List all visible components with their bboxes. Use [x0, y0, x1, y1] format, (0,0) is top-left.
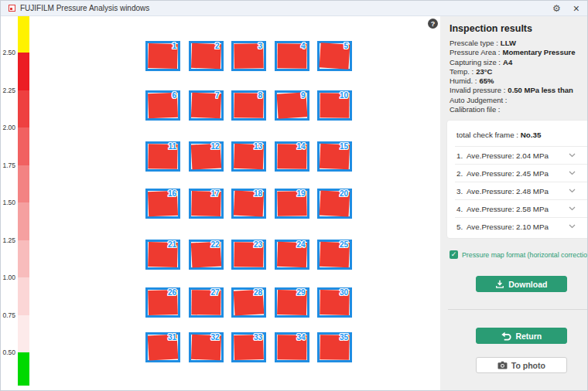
pressure-frame-28[interactable]: 28 [231, 287, 266, 318]
info-row: Pressure Area :Momentary Pressure [450, 48, 588, 57]
item-number: 5. [456, 223, 467, 231]
frame-number: 28 [254, 288, 262, 297]
pressure-frame-24[interactable]: 24 [275, 240, 309, 270]
return-button-label: Return [515, 332, 542, 341]
frame-number: 1 [172, 42, 176, 50]
chevron-down-icon[interactable] [569, 171, 576, 175]
info-label: Prescale type : [450, 39, 498, 47]
pressure-list-item[interactable]: 3.Ave.Pressure: 2.48 MPa [455, 182, 588, 199]
pressure-list: 1.Ave.Pressure: 2.04 MPa2.Ave.Pressure: … [455, 146, 588, 235]
pressure-list-item[interactable]: 4.Ave.Pressure: 2.58 MPa [455, 199, 588, 217]
pressure-frame-32[interactable]: 32 [189, 332, 224, 362]
pressure-frame-1[interactable]: 1 [145, 41, 180, 71]
chevron-down-icon[interactable] [569, 153, 576, 158]
pressure-frame-7[interactable]: 7 [189, 90, 224, 121]
item-text: Ave.Pressure: 2.48 MPa [467, 187, 569, 196]
checkbox-checked-icon[interactable]: ✓ [450, 250, 458, 259]
pressure-frame-9[interactable]: 9 [275, 90, 309, 121]
item-text: Ave.Pressure: 2.58 MPa [467, 205, 569, 213]
scale-tick-label: 2.25 [1, 87, 15, 94]
gear-icon[interactable]: ⚙ [552, 4, 561, 13]
scale-tick-label: 1.00 [1, 274, 15, 281]
pressure-frame-13[interactable]: 13 [231, 141, 266, 172]
pressure-frame-19[interactable]: 19 [275, 189, 309, 219]
download-button[interactable]: Download [476, 276, 567, 292]
pressure-list-item[interactable]: 2.Ave.Pressure: 2.45 MPa [455, 164, 588, 182]
info-list: Prescale type :LLWPressure Area :Momenta… [450, 39, 588, 114]
pressure-frame-20[interactable]: 20 [317, 189, 352, 219]
info-value: 23°C [476, 67, 492, 76]
pressure-frame-15[interactable]: 15 [317, 141, 352, 172]
pressure-frame-17[interactable]: 17 [189, 189, 224, 219]
info-value: A4 [503, 58, 512, 66]
pressure-frame-18[interactable]: 18 [231, 189, 266, 219]
help-icon[interactable]: ? [428, 19, 438, 29]
pressure-frame-22[interactable]: 22 [189, 240, 224, 270]
frame-number: 4 [301, 42, 306, 50]
item-text: Ave.Pressure: 2.04 MPa [467, 151, 569, 160]
pressure-frame-25[interactable]: 25 [317, 240, 352, 270]
info-row: Invalid pressure :0.50 MPa less than [450, 86, 588, 95]
pressure-frame-11[interactable]: 11 [145, 141, 180, 172]
pressure-frame-30[interactable]: 30 [317, 287, 352, 318]
info-row: Prescale type :LLW [450, 39, 588, 48]
pressure-map-format-row[interactable]: ✓ Pressure map format (horizontal correc… [450, 250, 588, 259]
pressure-frame-27[interactable]: 27 [189, 287, 224, 318]
frame-number: 15 [340, 142, 348, 151]
info-label: Invalid pressure : [450, 86, 505, 94]
pressure-frame-4[interactable]: 4 [275, 41, 309, 71]
chevron-down-icon[interactable] [569, 206, 576, 211]
scale-segment-step6 [18, 240, 29, 278]
pressure-frame-5[interactable]: 5 [317, 41, 352, 71]
scale-tick-label: 1.75 [1, 162, 15, 169]
total-check-frame-label: total check frame : [456, 131, 518, 139]
frame-number: 33 [254, 333, 262, 342]
pressure-frame-8[interactable]: 8 [231, 90, 266, 121]
pressure-frame-10[interactable]: 10 [317, 90, 352, 121]
frame-number: 9 [301, 91, 306, 100]
scale-tick-label: 1.50 [1, 199, 15, 206]
pressure-frame-23[interactable]: 23 [231, 240, 266, 270]
pressure-list-item[interactable]: 1.Ave.Pressure: 2.04 MPa [455, 146, 588, 164]
pressure-frame-21[interactable]: 21 [145, 240, 180, 270]
pressure-frame-31[interactable]: 31 [145, 332, 180, 362]
info-value: 65% [479, 76, 494, 85]
pressure-list-item[interactable]: 5.Ave.Pressure: 2.10 MPa [455, 217, 588, 235]
frame-number: 10 [340, 91, 348, 100]
info-row: Humid. :65% [450, 76, 588, 86]
to-photo-button[interactable]: To photo [476, 357, 567, 373]
close-icon[interactable]: × [573, 3, 579, 14]
titlebar: FUJIFILM Pressure Analysis windows ⚙ × [1, 1, 587, 16]
scale-tick-label: 2.50 [1, 49, 15, 56]
pressure-frame-35[interactable]: 35 [317, 332, 352, 362]
item-number: 4. [456, 205, 467, 213]
pressure-frame-12[interactable]: 12 [189, 141, 224, 172]
window-body: 2.502.252.001.751.501.251.000.750.50 123… [1, 16, 587, 390]
info-row: Calibration file : [450, 105, 588, 114]
pressure-frame-33[interactable]: 33 [231, 332, 266, 362]
chevron-down-icon[interactable] [569, 189, 576, 193]
total-check-frame-value: No.35 [521, 131, 542, 139]
info-value: LLW [501, 39, 516, 47]
download-icon [495, 280, 504, 289]
frame-number: 35 [340, 333, 348, 342]
checkbox-label: Pressure map format (horizontal correcti… [462, 251, 588, 259]
frame-number: 34 [296, 333, 305, 342]
info-label: Humid. : [450, 76, 477, 85]
pressure-frame-26[interactable]: 26 [145, 287, 180, 318]
pressure-frame-34[interactable]: 34 [275, 332, 309, 362]
pressure-frame-29[interactable]: 29 [275, 287, 309, 318]
results-card: total check frame : No.35 1.Ave.Pressure… [446, 120, 588, 239]
frame-number: 17 [210, 189, 219, 198]
return-button[interactable]: Return [476, 328, 567, 344]
frame-number: 7 [215, 91, 220, 100]
inspection-panel: Inspection results Prescale type :LLWPre… [440, 16, 588, 390]
pressure-frame-6[interactable]: 6 [145, 90, 180, 121]
pressure-frame-3[interactable]: 3 [231, 41, 266, 71]
pressure-frame-14[interactable]: 14 [275, 141, 309, 172]
info-label: Temp. : [450, 67, 473, 76]
pressure-frame-16[interactable]: 16 [145, 189, 180, 219]
frame-number: 3 [258, 42, 262, 50]
pressure-frame-2[interactable]: 2 [189, 41, 224, 71]
chevron-down-icon[interactable] [569, 224, 576, 229]
